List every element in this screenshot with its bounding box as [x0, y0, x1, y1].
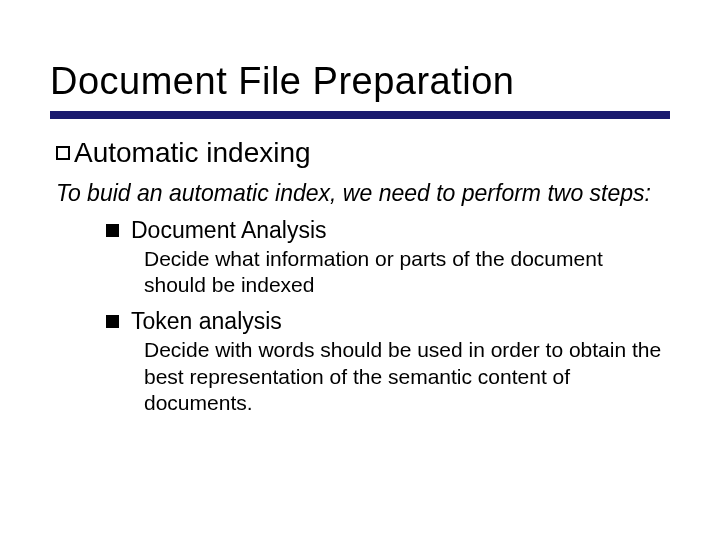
intro-text: To buid an automatic index, we need to p… [56, 179, 670, 209]
subtitle-text: Automatic indexing [74, 137, 311, 169]
title-underline [50, 111, 670, 119]
square-filled-bullet-icon [106, 224, 119, 237]
slide: Document File Preparation Automatic inde… [0, 0, 720, 466]
item-head: Token analysis [106, 308, 670, 335]
item-title: Token analysis [131, 308, 282, 335]
item-title: Document Analysis [131, 217, 327, 244]
slide-title: Document File Preparation [50, 60, 670, 103]
item-head: Document Analysis [106, 217, 670, 244]
subtitle-row: Automatic indexing [56, 137, 670, 169]
list-item: Token analysis Decide with words should … [106, 308, 670, 416]
square-filled-bullet-icon [106, 315, 119, 328]
square-open-bullet-icon [56, 146, 70, 160]
item-description: Decide with words should be used in orde… [144, 337, 670, 416]
item-description: Decide what information or parts of the … [144, 246, 670, 299]
list-item: Document Analysis Decide what informatio… [106, 217, 670, 299]
